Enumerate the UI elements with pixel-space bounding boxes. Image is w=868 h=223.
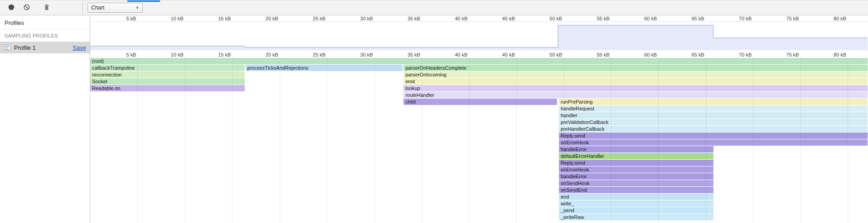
ruler-tick-label: 35 kB — [393, 16, 420, 21]
ruler-tick-label: 25 kB — [298, 16, 325, 21]
ruler-tick-label: 80 kB — [819, 16, 846, 21]
ruler-tick-label: 30 kB — [346, 16, 373, 21]
overview-band[interactable] — [90, 22, 868, 50]
ruler-tick-label: 10 kB — [156, 16, 184, 21]
flame-bar[interactable]: _writeRaw — [559, 214, 713, 220]
profile-icon — [4, 44, 11, 51]
ruler-tick-label: 60 kB — [630, 16, 657, 21]
toolbar: Chart ▼ — [0, 0, 868, 15]
grid-line — [327, 58, 327, 223]
grid-line — [374, 58, 375, 223]
flame-bar[interactable]: write_ — [559, 200, 713, 207]
ruler-top: 5 kB10 kB15 kB20 kB25 kB30 kB35 kB40 kB4… — [90, 15, 868, 22]
flame-bar[interactable]: onSendEnd — [559, 187, 713, 193]
view-mode-value: Chart — [91, 5, 104, 11]
toolbar-separator — [82, 0, 83, 15]
ruler-tick-label: 10 kB — [156, 52, 184, 57]
ruler-tick-label: 20 kB — [251, 52, 278, 57]
ruler-tick-label: 25 kB — [298, 52, 325, 57]
ruler-tick-label: 40 kB — [441, 16, 468, 21]
ruler-tick-label: 55 kB — [582, 16, 610, 21]
flame-bar[interactable]: onErrorHook — [559, 166, 713, 173]
trash-icon — [43, 4, 50, 12]
clear-icon — [23, 4, 30, 12]
ruler-tick-label: 50 kB — [535, 52, 562, 57]
flame-bar[interactable]: Reply.send — [559, 160, 713, 166]
sampling-profiles-section-label: SAMPLING PROFILES — [0, 29, 90, 42]
flame-bar[interactable]: parserOnIncoming — [403, 71, 868, 78]
flame-bar[interactable]: handler — [559, 112, 868, 119]
ruler-tick-label: 35 kB — [393, 52, 420, 57]
ruler-tick-label: 75 kB — [772, 52, 799, 57]
flame-chart: 5 kB10 kB15 kB20 kB25 kB30 kB35 kB40 kB4… — [90, 15, 868, 223]
ruler-tick-label: 80 kB — [819, 52, 846, 57]
memory-profiler-panel: Chart ▼ Profiles SAMPLING PROFILES Profi… — [0, 0, 868, 223]
save-link[interactable]: Save — [73, 44, 86, 51]
flame-bar[interactable]: runPreParsing — [559, 99, 868, 105]
flame-bar[interactable]: child — [403, 99, 557, 105]
ruler-tick-label: 40 kB — [441, 52, 468, 57]
ruler-tick-label: 20 kB — [251, 16, 278, 21]
flame-bar[interactable]: onErrorHook — [559, 139, 868, 146]
ruler-tick-label: 5 kB — [109, 16, 136, 21]
flame-bar[interactable]: end — [559, 194, 713, 200]
flame-bar[interactable]: _send — [559, 207, 713, 214]
flame-bar[interactable]: Socket — [90, 78, 245, 85]
ruler-tick-label: 50 kB — [535, 16, 562, 21]
profiles-header: Profiles — [0, 15, 90, 29]
ruler-tick-label: 70 kB — [724, 52, 752, 57]
view-mode-select[interactable]: Chart ▼ — [87, 3, 143, 13]
profile-item[interactable]: Profile 1 Save — [0, 42, 90, 53]
ruler-tick-label: 60 kB — [630, 52, 657, 57]
flame-bar[interactable]: preHandlerCallback — [559, 126, 868, 132]
ruler-tick-label: 5 kB — [109, 52, 136, 57]
flame-bar[interactable]: preValidationCallback — [559, 119, 868, 125]
ruler-tick-label: 30 kB — [346, 52, 373, 57]
sidebar: Profiles SAMPLING PROFILES Profile 1 Sav… — [0, 15, 90, 223]
chevron-down-icon: ▼ — [136, 6, 139, 10]
ruler-tick-label: 65 kB — [677, 16, 704, 21]
ruler-tick-label: 65 kB — [677, 52, 704, 57]
flame-bar[interactable]: onSendHook — [559, 180, 713, 186]
ruler-tick-label: 45 kB — [488, 52, 515, 57]
flame-bar[interactable]: Reply.send — [559, 133, 868, 139]
ruler-tick-label: 75 kB — [772, 16, 799, 21]
profile-name: Profile 1 — [14, 44, 36, 51]
delete-profile-button[interactable] — [40, 1, 53, 14]
flame-bar[interactable]: callbackTrampoline — [90, 65, 245, 71]
record-button[interactable] — [5, 1, 18, 14]
flame-bar[interactable]: handleRequest — [559, 105, 868, 112]
flame-bar[interactable]: onconnection — [90, 71, 245, 78]
ruler-tick-label: 55 kB — [582, 52, 610, 57]
flame-rows: (root)callbackTrampolineprocessTicksAndR… — [90, 58, 868, 223]
ruler-tick-label: 15 kB — [204, 52, 231, 57]
flame-bar[interactable]: handleError — [559, 146, 713, 152]
ruler-tick-label: 15 kB — [204, 16, 231, 21]
ruler-tick-label: 70 kB — [724, 16, 752, 21]
flame-bar[interactable]: handleError — [559, 173, 713, 180]
flame-bar[interactable]: defaultErrorHandler — [559, 153, 713, 159]
flame-bar[interactable]: lookup — [403, 85, 868, 91]
grid-line — [280, 58, 280, 223]
record-icon — [8, 4, 15, 12]
overview-area-chart — [90, 22, 868, 50]
flame-bar[interactable]: Readable.on — [90, 85, 245, 91]
ruler-main: 5 kB10 kB15 kB20 kB25 kB30 kB35 kB40 kB4… — [90, 51, 868, 58]
flame-bar[interactable]: processTicksAndRejections — [246, 65, 403, 71]
tab-indicator — [127, 0, 160, 2]
flame-bar[interactable]: routeHandler — [403, 92, 868, 98]
ruler-tick-label: 45 kB — [488, 16, 515, 21]
flame-bar[interactable]: parserOnHeadersComplete — [403, 65, 868, 71]
flame-bar[interactable]: emit — [403, 78, 868, 85]
flame-bar[interactable]: (root) — [90, 58, 868, 64]
clear-profiles-button[interactable] — [20, 1, 34, 14]
